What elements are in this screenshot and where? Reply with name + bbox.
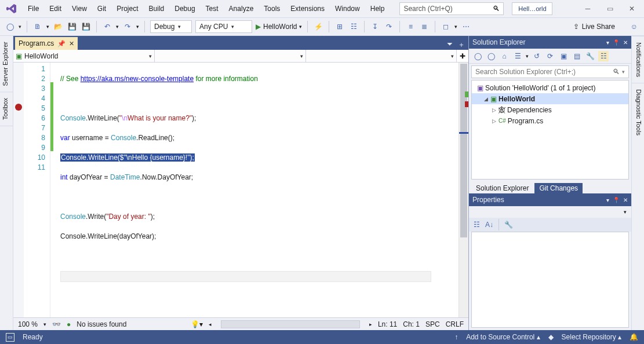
bookmark-icon[interactable]: ◻ xyxy=(441,21,451,32)
menu-git[interactable]: Git xyxy=(93,3,111,14)
solution-tree[interactable]: ▣ Solution 'HelloWorld' (1 of 1 project)… xyxy=(471,80,629,180)
platform-combo[interactable]: Any CPU▾ xyxy=(195,20,252,33)
solution-explorer-header[interactable]: Solution Explorer ▾ 📍 ✕ xyxy=(469,36,631,49)
se-properties-icon[interactable]: 🔧 xyxy=(585,51,595,61)
pin-panel-icon[interactable]: 📍 xyxy=(613,39,620,46)
properties-target-combo[interactable]: ▾ xyxy=(469,206,631,218)
tree-solution-node[interactable]: ▣ Solution 'HelloWorld' (1 of 1 project) xyxy=(472,82,628,93)
tb-icon-2[interactable]: ☷ xyxy=(348,21,359,32)
expand-icon[interactable]: ▷ xyxy=(491,118,497,124)
step-into-icon[interactable]: ↧ xyxy=(370,21,380,32)
char-indicator[interactable]: Ch: 1 xyxy=(403,320,420,328)
select-repository-button[interactable]: Select Repository ▴ xyxy=(562,333,621,341)
tab-overflow-icon[interactable]: ＋ xyxy=(458,40,465,50)
se-collapse-icon[interactable]: ▣ xyxy=(558,51,569,61)
tb-icon-1[interactable]: ⊞ xyxy=(334,21,345,32)
tree-file-node[interactable]: ▷ C# Program.cs xyxy=(472,115,628,126)
se-toggle-icon[interactable]: ☰ xyxy=(512,51,523,61)
vertical-scrollbar[interactable] xyxy=(459,63,468,317)
tab-solution-explorer[interactable]: Solution Explorer xyxy=(471,183,533,193)
properties-header[interactable]: Properties ▾ 📍 ✕ xyxy=(469,193,631,206)
menu-window[interactable]: Window xyxy=(330,3,365,14)
se-home-icon[interactable]: ⌂ xyxy=(499,51,510,61)
redo-icon[interactable]: ↷ xyxy=(122,21,133,32)
se-sync-icon[interactable]: ↺ xyxy=(532,51,542,61)
open-file-icon[interactable]: 📂 xyxy=(53,21,63,32)
account-badge[interactable]: Hell…orld xyxy=(512,2,552,15)
minimize-button[interactable]: ─ xyxy=(579,2,596,15)
toolbox-tab[interactable]: Toolbox xyxy=(0,92,13,126)
hot-reload-icon[interactable]: ⚡ xyxy=(313,21,323,32)
save-icon[interactable]: 💾 xyxy=(67,21,77,32)
se-refresh-icon[interactable]: ⟳ xyxy=(545,51,555,61)
expand-icon[interactable]: ▷ xyxy=(491,107,497,113)
menu-edit[interactable]: Edit xyxy=(45,3,66,14)
outdent-icon[interactable]: ≣ xyxy=(419,21,430,32)
collapse-icon[interactable]: ◢ xyxy=(483,96,489,102)
window-options-icon[interactable]: ▾ xyxy=(606,197,609,203)
notification-bell-icon[interactable]: 🔔 xyxy=(630,333,638,341)
tab-git-changes[interactable]: Git Changes xyxy=(534,183,583,193)
step-over-icon[interactable]: ↷ xyxy=(384,21,394,32)
issues-label[interactable]: No issues found xyxy=(77,320,126,328)
se-fwd-icon[interactable]: ◯ xyxy=(486,51,496,61)
start-debug-button[interactable]: ▶ HelloWorld ▾ xyxy=(256,23,302,31)
menu-view[interactable]: View xyxy=(67,3,92,14)
menu-project[interactable]: Project xyxy=(112,3,143,14)
menu-extensions[interactable]: Extensions xyxy=(286,3,329,14)
menu-debug[interactable]: Debug xyxy=(170,3,199,14)
close-tab-icon[interactable]: ✕ xyxy=(69,40,74,47)
menu-test[interactable]: Test xyxy=(201,3,223,14)
se-back-icon[interactable]: ◯ xyxy=(472,51,483,61)
horizontal-scrollbar[interactable] xyxy=(221,320,360,328)
close-button[interactable]: ✕ xyxy=(623,2,641,15)
live-share-button[interactable]: ⇪ Live Share xyxy=(573,23,615,31)
new-project-icon[interactable]: 🗎 xyxy=(32,21,43,32)
notifications-tab[interactable]: Notifications xyxy=(632,36,644,83)
properties-grid[interactable] xyxy=(471,232,629,328)
pin-panel-icon[interactable]: 📍 xyxy=(613,197,620,203)
line-ending-mode[interactable]: CRLF xyxy=(446,320,464,328)
nav-type-combo[interactable]: ▾ xyxy=(155,50,306,62)
nav-back-icon[interactable]: ◯ xyxy=(5,21,15,32)
output-window-icon[interactable]: ▭ xyxy=(6,333,14,342)
comment-icon[interactable]: ⋯ xyxy=(461,21,471,32)
light-bulb-icon[interactable]: 💡▾ xyxy=(191,320,203,328)
categorize-icon[interactable]: ☷ xyxy=(471,219,482,230)
feedback-icon[interactable]: ☺ xyxy=(629,21,639,32)
line-indicator[interactable]: Ln: 11 xyxy=(378,320,397,328)
add-source-control-button[interactable]: Add to Source Control ▴ xyxy=(466,333,540,341)
breakpoint-dot[interactable] xyxy=(15,104,22,111)
menu-tools[interactable]: Tools xyxy=(259,3,285,14)
prop-wrench-icon[interactable]: 🔧 xyxy=(503,219,514,230)
menu-analyze[interactable]: Analyze xyxy=(224,3,259,14)
save-all-icon[interactable]: 💾 xyxy=(81,21,91,32)
nav-scope-combo[interactable]: ▣ HelloWorld ▾ xyxy=(13,50,155,62)
code-editor[interactable]: // See https://aka.ms/new-console-templa… xyxy=(53,63,459,317)
sort-az-icon[interactable]: A↓ xyxy=(484,219,494,230)
nav-member-combo[interactable]: ▾ xyxy=(306,50,457,62)
tree-dependencies-node[interactable]: ▷ 🕸 Dependencies xyxy=(472,104,628,115)
server-explorer-tab[interactable]: Server Explorer xyxy=(0,36,13,92)
breakpoint-margin[interactable] xyxy=(13,63,24,317)
indent-icon[interactable]: ≡ xyxy=(405,21,416,32)
diagnostic-tools-tab[interactable]: Diagnostic Tools xyxy=(632,83,644,141)
document-tab-program[interactable]: Program.cs 📌 ✕ xyxy=(15,37,78,50)
maximize-button[interactable]: ▭ xyxy=(601,2,618,15)
se-preview-icon[interactable]: ☷ xyxy=(598,51,609,61)
close-panel-icon[interactable]: ✕ xyxy=(623,39,628,46)
split-editor-icon[interactable]: ✚ xyxy=(457,50,468,62)
close-panel-icon[interactable]: ✕ xyxy=(623,197,628,203)
pin-icon[interactable]: 📌 xyxy=(57,40,66,47)
glasses-icon[interactable]: 👓 xyxy=(52,320,61,328)
menu-file[interactable]: File xyxy=(23,3,43,14)
quick-search-input[interactable]: Search (Ctrl+Q) 🔍︎ xyxy=(399,2,504,15)
zoom-combo[interactable]: 100 % xyxy=(18,320,38,328)
undo-icon[interactable]: ↶ xyxy=(102,21,112,32)
menu-build[interactable]: Build xyxy=(144,3,169,14)
menu-help[interactable]: Help xyxy=(366,3,390,14)
active-files-dropdown-icon[interactable]: ⏷ xyxy=(446,40,453,50)
se-search-input[interactable]: Search Solution Explorer (Ctrl+;) 🔍︎▾ xyxy=(471,65,629,78)
tree-project-node[interactable]: ◢ ▣ HelloWorld xyxy=(472,93,628,104)
config-combo[interactable]: Debug▾ xyxy=(150,20,192,33)
